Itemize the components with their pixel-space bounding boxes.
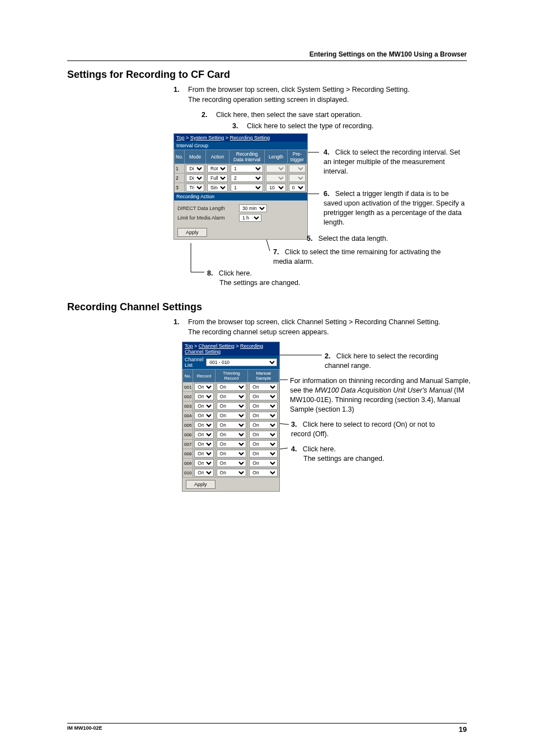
col-no: No. <box>175 150 185 164</box>
ch-no: 002 <box>183 392 193 402</box>
pretrigger-select[interactable] <box>289 165 306 172</box>
crumb2-top[interactable]: Top <box>185 343 193 349</box>
record-select[interactable]: On <box>194 440 213 448</box>
crumb-system[interactable]: System Setting <box>190 135 224 141</box>
interval-select[interactable]: 1 <box>231 165 263 172</box>
thin-select[interactable]: On <box>217 412 247 419</box>
crumb-top[interactable]: Top <box>176 135 185 141</box>
thin-select[interactable]: On <box>217 393 247 400</box>
thin-select[interactable]: On <box>217 402 247 410</box>
mode-select[interactable]: Direct <box>186 174 204 182</box>
recording-setting-screenshot: Top > System Setting > Recording Setting… <box>174 133 308 240</box>
action-select[interactable]: Rotate <box>207 165 228 172</box>
step-num-3: 3. <box>232 122 241 132</box>
page-footer: IM MW100-02E 19 <box>67 723 467 734</box>
record-select[interactable]: On <box>194 450 213 458</box>
notes-italic: MW100 Data Acquisition Unit User's Manua… <box>315 386 452 394</box>
recording-action-header: Recording Action <box>174 193 307 200</box>
crumb2-channel[interactable]: Channel Setting <box>199 343 235 349</box>
step1-main: From the browser top screen, click Syste… <box>188 86 410 94</box>
ann4-text: Click to select the recording interval. … <box>324 148 460 175</box>
ann8-text: Click here. <box>219 269 252 277</box>
action-select[interactable]: Single <box>207 184 228 192</box>
s2-step-text-1: From the browser top screen, click Chann… <box>188 318 441 337</box>
col2-manual: Manual Sample <box>248 370 279 382</box>
thin-select[interactable]: On <box>217 459 247 467</box>
ch-no: 003 <box>183 402 193 411</box>
direct-length-select[interactable]: 30 min <box>239 204 267 212</box>
table-row: 005OnOnOn <box>183 421 279 430</box>
record-select[interactable]: On <box>194 431 213 438</box>
apply-button[interactable]: Apply <box>177 228 207 237</box>
table-row: 006OnOnOn <box>183 430 279 440</box>
page-header: Entering Settings on the MW100 Using a B… <box>67 50 467 61</box>
ch-no: 005 <box>183 421 193 430</box>
table-row: 001OnOnOn <box>183 382 279 392</box>
s2-ann4-text: Click here. <box>303 445 336 453</box>
step-text-2: Click here, then select the save start o… <box>216 110 362 120</box>
ch-no: 010 <box>183 468 193 478</box>
ch-no: 008 <box>183 449 193 459</box>
manual-select[interactable]: On <box>249 393 278 400</box>
interval-select[interactable]: 1 <box>231 184 263 192</box>
mode-select[interactable]: Direct <box>186 165 204 172</box>
manual-select[interactable]: On <box>249 431 278 438</box>
manual-select[interactable]: On <box>249 383 278 391</box>
channel-table: No. Record Thinning Record Manual Sample… <box>182 369 279 478</box>
action-select[interactable]: Full Stop <box>207 174 228 182</box>
footer-code: IM MW100-02E <box>67 725 102 734</box>
length-select[interactable] <box>266 165 285 172</box>
interval-group-header: Interval Group <box>174 142 307 150</box>
col2-record: Record <box>193 370 215 382</box>
record-select[interactable]: On <box>194 421 213 429</box>
record-select[interactable]: On <box>194 459 213 467</box>
pretrigger-select[interactable]: 0 % <box>289 184 306 192</box>
ann5-num: 5. <box>307 235 312 242</box>
manual-select[interactable]: On <box>249 469 278 477</box>
mode-select[interactable]: Trigger <box>186 184 204 192</box>
col-pretrigger: Pre-trigger <box>287 150 307 164</box>
thin-select[interactable]: On <box>217 440 247 448</box>
channel-list-label: Channel List <box>185 357 206 368</box>
length-select[interactable]: 10 min <box>266 184 285 192</box>
notes-block: For information on thinning recording an… <box>290 376 475 414</box>
manual-select[interactable]: On <box>249 402 278 410</box>
ch-no: 009 <box>183 459 193 468</box>
col-length: Length <box>265 150 287 164</box>
s2-ann4-num: 4. <box>291 445 297 453</box>
ann6-text: Select a trigger length if data is to be… <box>324 190 465 226</box>
s2-step-num-1: 1. <box>174 318 182 337</box>
manual-select[interactable]: On <box>249 421 278 429</box>
ann6-num: 6. <box>324 190 329 198</box>
interval-table: No. Mode Action Recording Data Interval … <box>174 150 307 193</box>
s2-ann3-text: Click here to select to record (On) or n… <box>291 421 435 438</box>
thin-select[interactable]: On <box>217 431 247 438</box>
thin-select[interactable]: On <box>217 421 247 429</box>
manual-select[interactable]: On <box>249 440 278 448</box>
manual-select[interactable]: On <box>249 459 278 467</box>
channel-range-select[interactable]: 001 - 010 <box>206 358 277 366</box>
record-select[interactable]: On <box>194 469 213 477</box>
thin-select[interactable]: On <box>217 383 247 391</box>
interval-select[interactable]: 2 <box>231 174 263 182</box>
table-row: 2 Direct Full Stop 2 <box>175 174 307 183</box>
record-select[interactable]: On <box>194 412 213 419</box>
media-alarm-select[interactable]: 1 h <box>239 214 261 222</box>
thin-select[interactable]: On <box>217 469 247 477</box>
thin-select[interactable]: On <box>217 450 247 458</box>
record-select[interactable]: On <box>194 383 213 391</box>
pretrigger-select[interactable] <box>289 174 306 182</box>
step-text-1: From the browser top screen, click Syste… <box>188 85 410 105</box>
col-action: Action <box>206 150 229 164</box>
manual-select[interactable]: On <box>249 450 278 458</box>
apply-button-2[interactable]: Apply <box>186 480 216 489</box>
ann7-text: Click to select the time remaining for a… <box>273 248 441 265</box>
record-select[interactable]: On <box>194 402 213 410</box>
manual-select[interactable]: On <box>249 412 278 419</box>
ann7-num: 7. <box>273 248 279 256</box>
ch-no: 004 <box>183 411 193 421</box>
record-select[interactable]: On <box>194 393 213 400</box>
length-select[interactable] <box>266 174 285 182</box>
table-row: 1 Direct Rotate 1 <box>175 164 307 174</box>
table-row: 008OnOnOn <box>183 449 279 459</box>
